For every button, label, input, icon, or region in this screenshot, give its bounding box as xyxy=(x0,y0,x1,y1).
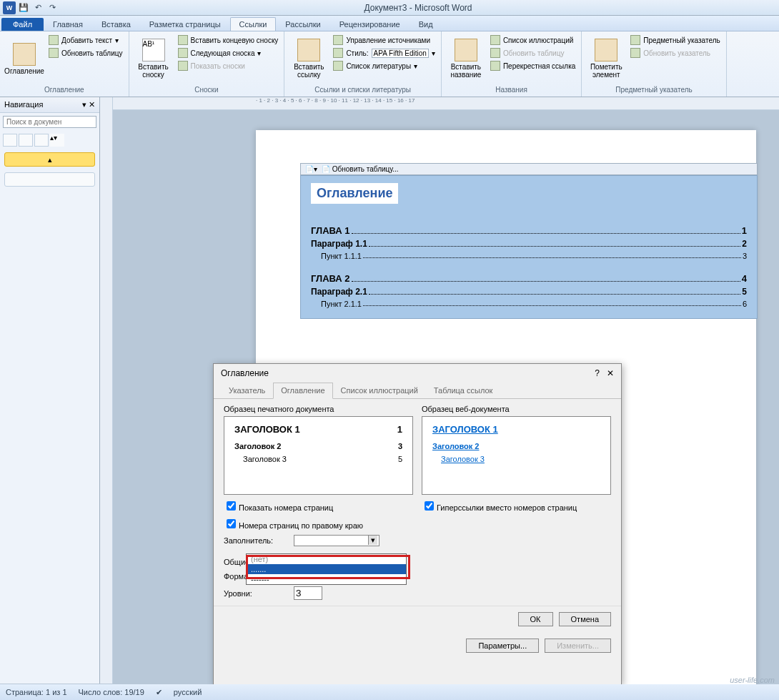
cross-reference-button[interactable]: Перекрестная ссылка xyxy=(489,60,577,72)
refresh-icon xyxy=(630,48,640,58)
nav-tab-results[interactable] xyxy=(34,134,49,147)
status-language[interactable]: русский xyxy=(174,688,202,696)
show-notes-button[interactable]: Показать сноски xyxy=(177,60,280,72)
dropdown-item-dots[interactable]: ....... xyxy=(247,564,406,574)
refresh-icon xyxy=(490,48,500,58)
nav-result-active[interactable]: ▴ xyxy=(4,152,95,167)
dlg-tab-index[interactable]: Указатель xyxy=(221,383,273,398)
tab-mailings[interactable]: Рассылки xyxy=(276,17,329,31)
citation-style-select[interactable]: Стиль: APA Fifth Edition ▾ xyxy=(332,47,437,59)
group-toc: Оглавление Добавить текст ▾ Обновить таб… xyxy=(0,31,129,97)
status-words[interactable]: Число слов: 19/19 xyxy=(79,688,144,696)
tab-view[interactable]: Вид xyxy=(410,17,442,31)
nav-result-item[interactable] xyxy=(4,172,95,187)
cross-icon xyxy=(490,61,500,71)
toc-container: 📄▾ 📄 Обновить таблицу... Оглавление ГЛАВ… xyxy=(300,163,758,319)
print-preview-label: Образец печатного документа xyxy=(224,405,413,413)
nav-tab-headings[interactable] xyxy=(3,134,17,147)
vertical-ruler xyxy=(100,97,113,684)
nav-view-tabs: ▴▾ xyxy=(3,134,96,147)
manage-sources-button[interactable]: Управление источниками xyxy=(332,34,437,46)
insert-citation-button[interactable]: Вставить ссылку xyxy=(287,33,330,84)
app-title: Документ3 - Microsoft Word xyxy=(60,3,776,13)
close-icon[interactable]: ✕ xyxy=(607,368,614,378)
dialog-title-bar: Оглавление ? ✕ xyxy=(214,364,621,383)
status-bar: Страница: 1 из 1 Число слов: 19/19 ✔ рус… xyxy=(0,684,779,700)
dropdown-item-none[interactable]: (нет) xyxy=(247,554,406,564)
chevron-up-icon: ▴ xyxy=(48,155,52,164)
insert-index-button[interactable]: Предметный указатель xyxy=(629,34,721,46)
toc-update-button[interactable]: 📄 Обновить таблицу... xyxy=(322,165,399,173)
ok-button[interactable]: ОК xyxy=(518,612,553,626)
ribbon: Оглавление Добавить текст ▾ Обновить таб… xyxy=(0,31,779,97)
toc-dialog: Оглавление ? ✕ Указатель Оглавление Спис… xyxy=(213,363,622,685)
mark-entry-button[interactable]: Пометить элемент xyxy=(585,33,627,84)
update-toc-button[interactable]: Обновить таблицу xyxy=(47,47,124,59)
options-button[interactable]: Параметры... xyxy=(466,639,539,653)
citation-icon xyxy=(297,39,320,61)
tab-insert[interactable]: Вставка xyxy=(92,17,140,31)
insert-endnote-button[interactable]: Вставить концевую сноску xyxy=(177,34,280,46)
plus-icon xyxy=(49,35,59,45)
filler-dropdown: (нет) ....... ------- xyxy=(246,553,407,585)
undo-icon[interactable]: ↶ xyxy=(31,1,44,14)
toc-entry[interactable]: Пункт 1.1.13 xyxy=(311,252,747,260)
toc-menu-icon[interactable]: 📄▾ xyxy=(305,165,317,173)
insert-caption-button[interactable]: Вставить название xyxy=(445,33,487,84)
bibliography-button[interactable]: Список литературы ▾ xyxy=(332,60,437,72)
show-icon xyxy=(178,61,188,71)
tab-home[interactable]: Главная xyxy=(44,17,92,31)
dlg-tab-figures[interactable]: Список иллюстраций xyxy=(333,383,426,398)
update-figures-button[interactable]: Обновить таблицу xyxy=(489,47,577,59)
cancel-button[interactable]: Отмена xyxy=(559,612,611,626)
dlg-tab-authorities[interactable]: Таблица ссылок xyxy=(426,383,501,398)
style-icon xyxy=(333,48,343,58)
dropdown-item-dashes[interactable]: ------- xyxy=(247,574,406,584)
sources-icon xyxy=(333,35,343,45)
redo-icon[interactable]: ↷ xyxy=(46,1,59,14)
dialog-title: Оглавление xyxy=(221,368,269,378)
tab-layout[interactable]: Разметка страницы xyxy=(140,17,230,31)
tab-review[interactable]: Рецензирование xyxy=(330,17,410,31)
nav-tab-pages[interactable] xyxy=(19,134,33,147)
nav-close-icon[interactable]: ▾ ✕ xyxy=(82,100,95,109)
mark-icon xyxy=(595,39,617,61)
word-icon: W xyxy=(3,1,16,14)
status-proof-icon[interactable]: ✔ xyxy=(156,688,162,697)
toc-content[interactable]: Оглавление ГЛАВА 11Параграф 1.12Пункт 1.… xyxy=(300,175,758,319)
save-icon[interactable]: 💾 xyxy=(17,1,30,14)
hyperlinks-checkbox[interactable]: Гиперссылки вместо номеров страниц xyxy=(422,499,611,513)
nav-tab-more[interactable]: ▴▾ xyxy=(50,134,64,147)
next-icon xyxy=(178,48,188,58)
web-preview-label: Образец веб-документа xyxy=(422,405,611,413)
dlg-tab-toc[interactable]: Оглавление xyxy=(273,383,332,399)
status-page[interactable]: Страница: 1 из 1 xyxy=(6,688,67,696)
nav-title-bar: Навигация ▾ ✕ xyxy=(0,97,99,113)
insert-footnote-button[interactable]: AB¹Вставить сноску xyxy=(132,33,175,84)
tab-references[interactable]: Ссылки xyxy=(230,17,277,31)
filler-label: Заполнитель: xyxy=(224,536,288,545)
toc-entry[interactable]: ГЛАВА 24 xyxy=(311,273,747,284)
help-icon[interactable]: ? xyxy=(595,368,600,378)
group-index: Пометить элемент Предметный указатель Об… xyxy=(582,31,726,97)
levels-spinner[interactable] xyxy=(294,586,322,600)
toc-entry[interactable]: Пункт 2.1.16 xyxy=(311,300,747,308)
toc-entry[interactable]: Параграф 1.12 xyxy=(311,239,747,249)
biblio-icon xyxy=(333,61,343,71)
show-pages-checkbox[interactable]: Показать номера страниц xyxy=(224,499,413,513)
file-tab[interactable]: Файл xyxy=(1,18,44,31)
update-index-button[interactable]: Обновить указатель xyxy=(629,47,721,59)
toc-entry[interactable]: Параграф 2.15 xyxy=(311,287,747,297)
dialog-tabs: Указатель Оглавление Список иллюстраций … xyxy=(214,383,621,399)
next-footnote-button[interactable]: Следующая сноска ▾ xyxy=(177,47,280,59)
filler-combobox[interactable] xyxy=(294,535,379,546)
navigation-pane: Навигация ▾ ✕ ▴▾ ▴ xyxy=(0,97,100,684)
nav-search-input[interactable] xyxy=(3,116,96,128)
print-preview-box: ЗАГОЛОВОК 11 Заголовок 23 Заголовок 35 xyxy=(224,416,413,495)
toc-button[interactable]: Оглавление xyxy=(3,33,46,84)
right-align-checkbox[interactable]: Номера страниц по правому краю xyxy=(224,517,413,531)
add-text-button[interactable]: Добавить текст ▾ xyxy=(47,34,124,46)
footnote-icon: AB¹ xyxy=(142,39,165,61)
toc-entry[interactable]: ГЛАВА 11 xyxy=(311,225,747,236)
table-figures-button[interactable]: Список иллюстраций xyxy=(489,34,577,46)
